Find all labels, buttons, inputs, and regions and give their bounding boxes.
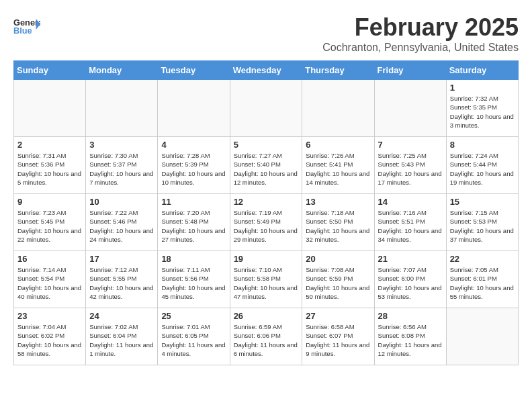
day-number: 11	[161, 197, 226, 207]
day-number: 12	[234, 197, 299, 207]
title-block: February 2025 Cochranton, Pennsylvania, …	[322, 13, 519, 54]
calendar-cell: 21Sunrise: 7:07 AM Sunset: 6:00 PM Dayli…	[374, 251, 446, 308]
day-number: 1	[450, 83, 515, 93]
day-number: 19	[234, 254, 299, 264]
week-row-3: 9Sunrise: 7:23 AM Sunset: 5:45 PM Daylig…	[14, 194, 519, 251]
calendar-cell: 22Sunrise: 7:05 AM Sunset: 6:01 PM Dayli…	[446, 251, 518, 308]
calendar-cell: 25Sunrise: 7:01 AM Sunset: 6:05 PM Dayli…	[158, 308, 230, 365]
day-info: Sunrise: 7:01 AM Sunset: 6:05 PM Dayligh…	[161, 322, 226, 358]
day-number: 28	[378, 311, 443, 321]
calendar-cell	[230, 80, 302, 137]
calendar-cell: 28Sunrise: 6:56 AM Sunset: 6:08 PM Dayli…	[374, 308, 446, 365]
day-info: Sunrise: 7:16 AM Sunset: 5:51 PM Dayligh…	[378, 208, 443, 244]
svg-text:Blue: Blue	[13, 26, 32, 36]
day-info: Sunrise: 7:30 AM Sunset: 5:37 PM Dayligh…	[89, 151, 154, 187]
day-number: 9	[17, 197, 82, 207]
day-number: 3	[89, 140, 154, 150]
day-info: Sunrise: 7:22 AM Sunset: 5:46 PM Dayligh…	[89, 208, 154, 244]
calendar-cell: 14Sunrise: 7:16 AM Sunset: 5:51 PM Dayli…	[374, 194, 446, 251]
weekday-header-wednesday: Wednesday	[230, 61, 302, 80]
day-number: 5	[234, 140, 299, 150]
calendar-cell	[86, 80, 158, 137]
day-info: Sunrise: 7:18 AM Sunset: 5:50 PM Dayligh…	[306, 208, 370, 244]
weekday-header-sunday: Sunday	[14, 61, 86, 80]
day-info: Sunrise: 7:11 AM Sunset: 5:56 PM Dayligh…	[161, 265, 226, 301]
day-info: Sunrise: 7:07 AM Sunset: 6:00 PM Dayligh…	[378, 265, 443, 301]
day-number: 6	[306, 140, 370, 150]
day-number: 22	[450, 254, 515, 264]
day-number: 21	[378, 254, 443, 264]
calendar-cell: 18Sunrise: 7:11 AM Sunset: 5:56 PM Dayli…	[158, 251, 230, 308]
week-row-2: 2Sunrise: 7:31 AM Sunset: 5:36 PM Daylig…	[14, 137, 519, 194]
day-number: 18	[161, 254, 226, 264]
day-info: Sunrise: 7:23 AM Sunset: 5:45 PM Dayligh…	[17, 208, 82, 244]
day-info: Sunrise: 6:58 AM Sunset: 6:07 PM Dayligh…	[306, 322, 370, 358]
calendar-cell: 26Sunrise: 6:59 AM Sunset: 6:06 PM Dayli…	[230, 308, 302, 365]
day-number: 15	[450, 197, 515, 207]
day-info: Sunrise: 7:12 AM Sunset: 5:55 PM Dayligh…	[89, 265, 154, 301]
calendar-cell: 11Sunrise: 7:20 AM Sunset: 5:48 PM Dayli…	[158, 194, 230, 251]
calendar-cell	[158, 80, 230, 137]
day-number: 20	[306, 254, 370, 264]
calendar-cell	[302, 80, 374, 137]
day-info: Sunrise: 7:31 AM Sunset: 5:36 PM Dayligh…	[17, 151, 82, 187]
calendar-cell: 16Sunrise: 7:14 AM Sunset: 5:54 PM Dayli…	[14, 251, 86, 308]
day-number: 2	[17, 140, 82, 150]
day-info: Sunrise: 7:25 AM Sunset: 5:43 PM Dayligh…	[378, 151, 443, 187]
day-number: 16	[17, 254, 82, 264]
calendar-cell: 15Sunrise: 7:15 AM Sunset: 5:53 PM Dayli…	[446, 194, 518, 251]
day-info: Sunrise: 7:19 AM Sunset: 5:49 PM Dayligh…	[234, 208, 299, 244]
weekday-header-saturday: Saturday	[446, 61, 518, 80]
calendar-cell	[374, 80, 446, 137]
calendar-cell: 13Sunrise: 7:18 AM Sunset: 5:50 PM Dayli…	[302, 194, 374, 251]
day-info: Sunrise: 7:08 AM Sunset: 5:59 PM Dayligh…	[306, 265, 370, 301]
calendar-table: SundayMondayTuesdayWednesdayThursdayFrid…	[13, 60, 519, 365]
location: Cochranton, Pennsylvania, United States	[322, 42, 519, 54]
day-info: Sunrise: 7:05 AM Sunset: 6:01 PM Dayligh…	[450, 265, 515, 301]
weekday-header-tuesday: Tuesday	[158, 61, 230, 80]
calendar-cell: 3Sunrise: 7:30 AM Sunset: 5:37 PM Daylig…	[86, 137, 158, 194]
logo-icon: General Blue	[13, 13, 40, 40]
month-title: February 2025	[322, 13, 519, 42]
calendar-cell: 6Sunrise: 7:26 AM Sunset: 5:41 PM Daylig…	[302, 137, 374, 194]
week-row-5: 23Sunrise: 7:04 AM Sunset: 6:02 PM Dayli…	[14, 308, 519, 365]
calendar-cell: 9Sunrise: 7:23 AM Sunset: 5:45 PM Daylig…	[14, 194, 86, 251]
calendar-cell: 2Sunrise: 7:31 AM Sunset: 5:36 PM Daylig…	[14, 137, 86, 194]
day-number: 25	[161, 311, 226, 321]
page-header: General Blue February 2025 Cochranton, P…	[13, 13, 519, 54]
calendar-cell: 10Sunrise: 7:22 AM Sunset: 5:46 PM Dayli…	[86, 194, 158, 251]
calendar-cell: 19Sunrise: 7:10 AM Sunset: 5:58 PM Dayli…	[230, 251, 302, 308]
week-row-4: 16Sunrise: 7:14 AM Sunset: 5:54 PM Dayli…	[14, 251, 519, 308]
calendar-cell: 20Sunrise: 7:08 AM Sunset: 5:59 PM Dayli…	[302, 251, 374, 308]
day-info: Sunrise: 7:27 AM Sunset: 5:40 PM Dayligh…	[234, 151, 299, 187]
day-info: Sunrise: 7:04 AM Sunset: 6:02 PM Dayligh…	[17, 322, 82, 358]
day-number: 7	[378, 140, 443, 150]
day-info: Sunrise: 7:26 AM Sunset: 5:41 PM Dayligh…	[306, 151, 370, 187]
calendar-cell: 27Sunrise: 6:58 AM Sunset: 6:07 PM Dayli…	[302, 308, 374, 365]
day-info: Sunrise: 6:59 AM Sunset: 6:06 PM Dayligh…	[234, 322, 299, 358]
calendar-cell: 23Sunrise: 7:04 AM Sunset: 6:02 PM Dayli…	[14, 308, 86, 365]
day-info: Sunrise: 7:14 AM Sunset: 5:54 PM Dayligh…	[17, 265, 82, 301]
day-info: Sunrise: 7:32 AM Sunset: 5:35 PM Dayligh…	[450, 94, 515, 130]
calendar-cell: 12Sunrise: 7:19 AM Sunset: 5:49 PM Dayli…	[230, 194, 302, 251]
day-number: 17	[89, 254, 154, 264]
day-number: 27	[306, 311, 370, 321]
calendar-cell	[14, 80, 86, 137]
day-info: Sunrise: 6:56 AM Sunset: 6:08 PM Dayligh…	[378, 322, 443, 358]
calendar-cell	[446, 308, 518, 365]
day-number: 10	[89, 197, 154, 207]
weekday-header-thursday: Thursday	[302, 61, 374, 80]
calendar-cell: 17Sunrise: 7:12 AM Sunset: 5:55 PM Dayli…	[86, 251, 158, 308]
day-info: Sunrise: 7:15 AM Sunset: 5:53 PM Dayligh…	[450, 208, 515, 244]
day-info: Sunrise: 7:10 AM Sunset: 5:58 PM Dayligh…	[234, 265, 299, 301]
day-number: 24	[89, 311, 154, 321]
day-number: 26	[234, 311, 299, 321]
day-info: Sunrise: 7:24 AM Sunset: 5:44 PM Dayligh…	[450, 151, 515, 187]
day-number: 4	[161, 140, 226, 150]
day-info: Sunrise: 7:20 AM Sunset: 5:48 PM Dayligh…	[161, 208, 226, 244]
weekday-header-monday: Monday	[86, 61, 158, 80]
day-number: 13	[306, 197, 370, 207]
calendar-cell: 7Sunrise: 7:25 AM Sunset: 5:43 PM Daylig…	[374, 137, 446, 194]
logo: General Blue	[13, 13, 44, 40]
day-info: Sunrise: 7:02 AM Sunset: 6:04 PM Dayligh…	[89, 322, 154, 358]
